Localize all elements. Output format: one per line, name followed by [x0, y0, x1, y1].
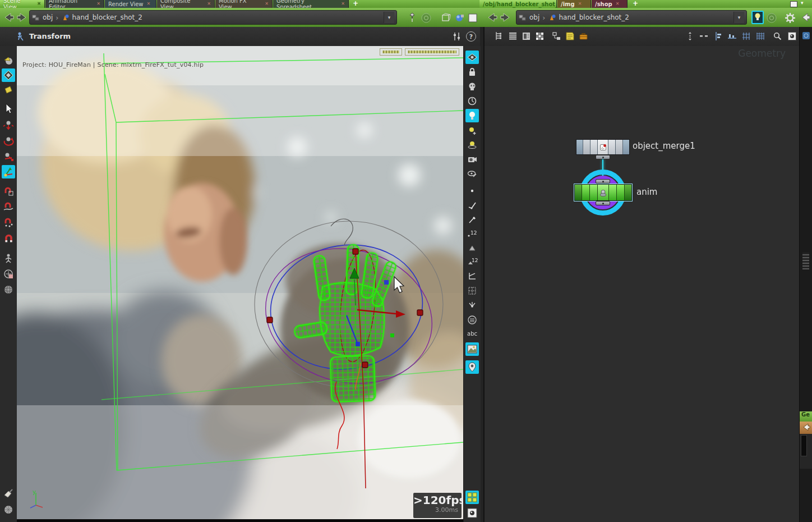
gear-icon[interactable]	[784, 12, 796, 24]
node-label[interactable]: anim	[636, 187, 657, 197]
path-root[interactable]: obj	[529, 13, 539, 21]
path-field[interactable]: obj › hand_blocker_shot_2 ▾	[29, 10, 397, 25]
list-view-icon[interactable]	[508, 31, 518, 41]
tab-scene-view[interactable]: Scene View ✕	[0, 0, 45, 8]
normal-lighting-icon[interactable]	[465, 138, 479, 152]
node-flag[interactable]	[608, 140, 616, 154]
primitive-normals-toggle[interactable]	[465, 241, 479, 255]
view-tool[interactable]	[465, 51, 479, 64]
vertical-spacing-icon[interactable]	[685, 31, 695, 41]
paint-tool[interactable]	[2, 487, 15, 501]
node-flag[interactable]	[616, 140, 623, 154]
pane-menu-caret-icon[interactable]: ▾	[801, 0, 804, 6]
camera-menu-right[interactable]	[405, 48, 459, 56]
pose-tool[interactable]	[2, 251, 15, 265]
pane-maximize-icon[interactable]	[790, 1, 797, 7]
group-list-toggle[interactable]	[465, 313, 479, 327]
help-button[interactable]: ?	[466, 31, 476, 42]
tab-shop[interactable]: /shop ✕	[592, 0, 628, 8]
sliver-pane-icon[interactable]	[802, 31, 810, 40]
point-normals-toggle[interactable]	[465, 199, 479, 212]
text-display-toggle[interactable]: abc	[465, 327, 479, 340]
layout-nodes-icon[interactable]	[552, 31, 561, 41]
translate-tool[interactable]	[2, 118, 15, 131]
sliver-arrow-button[interactable]	[800, 422, 812, 434]
close-icon[interactable]: ✕	[96, 2, 100, 6]
sliver-scroll-thumb[interactable]	[801, 435, 807, 456]
node-output-connector[interactable]	[596, 155, 610, 159]
path-dropdown[interactable]: ▾	[384, 12, 394, 23]
path-node[interactable]: hand_blocker_shot_2	[72, 13, 142, 21]
splitter-grip[interactable]	[802, 253, 809, 269]
radial-menu-icon[interactable]	[766, 12, 777, 24]
close-icon[interactable]: ✕	[341, 2, 345, 6]
primitive-numbers-toggle[interactable]: 12	[465, 255, 479, 268]
close-icon[interactable]: ✕	[37, 2, 41, 6]
net-back-button[interactable]	[487, 13, 498, 22]
back-button[interactable]	[3, 13, 15, 22]
rotate-tool[interactable]	[2, 134, 15, 147]
high-quality-lighting-icon[interactable]	[465, 153, 479, 166]
tab-img[interactable]: /img ✕	[557, 0, 591, 8]
point-trails-toggle[interactable]	[465, 213, 479, 227]
headlight-toggle[interactable]	[465, 109, 479, 122]
close-icon[interactable]: ✕	[578, 2, 582, 6]
pin-icon[interactable]	[407, 12, 417, 23]
close-icon[interactable]: ✕	[207, 2, 211, 6]
align-left-icon[interactable]	[713, 31, 723, 41]
uv-overlay-toggle[interactable]	[465, 284, 479, 297]
tab-motion-fx-view[interactable]: Motion FX View ✕	[215, 0, 273, 8]
parameter-dialog-icon[interactable]	[452, 31, 462, 42]
tab-geometry-spreadsheet[interactable]: Geometry Spreadsheet ✕	[273, 0, 349, 8]
vertex-normals-toggle[interactable]	[465, 299, 479, 312]
node-object-merge1[interactable]	[576, 139, 630, 155]
node-output-connector[interactable]	[596, 201, 610, 205]
view-pivot-tool[interactable]	[2, 267, 15, 281]
horizontal-spacing-icon[interactable]	[699, 31, 709, 41]
node-label[interactable]: object_merge1	[633, 141, 695, 151]
lock-camera-icon[interactable]	[465, 65, 479, 79]
add-tab-button[interactable]: +	[351, 0, 360, 8]
snap-to-curve-tool[interactable]	[2, 200, 15, 213]
sculpt-sphere-tool[interactable]	[2, 503, 15, 516]
network-overview-icon[interactable]	[787, 31, 797, 41]
align-bottom-icon[interactable]	[727, 31, 737, 41]
environment-light-toggle[interactable]	[465, 360, 479, 374]
tab-composite-view[interactable]: Composite View ✕	[157, 0, 215, 8]
sliver-back-button[interactable]	[801, 13, 811, 22]
snapshot-icon[interactable]	[465, 506, 479, 520]
node-flag[interactable]	[609, 185, 617, 200]
viewport-layout-toggle[interactable]	[465, 491, 479, 504]
tree-view-icon[interactable]	[495, 31, 504, 41]
show-handles-mode[interactable]	[2, 54, 15, 67]
net-path-field[interactable]: obj › hand_blocker_shot_2 ▾	[516, 10, 747, 25]
secure-selection-icon[interactable]	[454, 12, 465, 24]
tab-animation-editor[interactable]: Animation Editor ✕	[45, 0, 104, 8]
search-icon[interactable]	[773, 31, 782, 41]
shaded-mode-icon[interactable]	[468, 12, 478, 24]
tab-obj-hand-blocker[interactable]: /obj/hand_blocker_shot_2 ✕	[479, 0, 557, 8]
select-geometry-mode[interactable]	[2, 83, 15, 97]
radial-menu-icon[interactable]	[421, 12, 432, 24]
scene-3d-view[interactable]	[17, 46, 463, 522]
snap-to-points-tool[interactable]	[2, 216, 15, 229]
node-anim[interactable]	[574, 184, 632, 201]
point-numbers-toggle[interactable]: 12	[465, 227, 479, 240]
transform-tool-active[interactable]	[2, 165, 15, 178]
snap-magnet-tool[interactable]	[2, 231, 15, 245]
add-tab-button[interactable]: +	[631, 0, 640, 8]
toolbox-icon[interactable]	[579, 31, 588, 41]
snap-to-grid-tool[interactable]	[2, 184, 15, 198]
sliver-scroll-track[interactable]	[800, 434, 812, 469]
select-tool[interactable]	[2, 102, 15, 116]
background-image-toggle[interactable]	[465, 342, 479, 356]
close-icon[interactable]: ✕	[616, 2, 620, 6]
select-geometry-icon[interactable]	[441, 12, 452, 24]
close-icon[interactable]: ✕	[265, 2, 269, 6]
detail-view-icon[interactable]	[522, 31, 531, 41]
ghost-objects-icon[interactable]	[465, 94, 479, 108]
close-icon[interactable]: ✕	[147, 2, 151, 6]
node-flag[interactable]	[590, 185, 598, 200]
sticky-note-icon[interactable]	[565, 31, 575, 41]
network-editor[interactable]: Geometry object_merge1	[483, 46, 800, 522]
